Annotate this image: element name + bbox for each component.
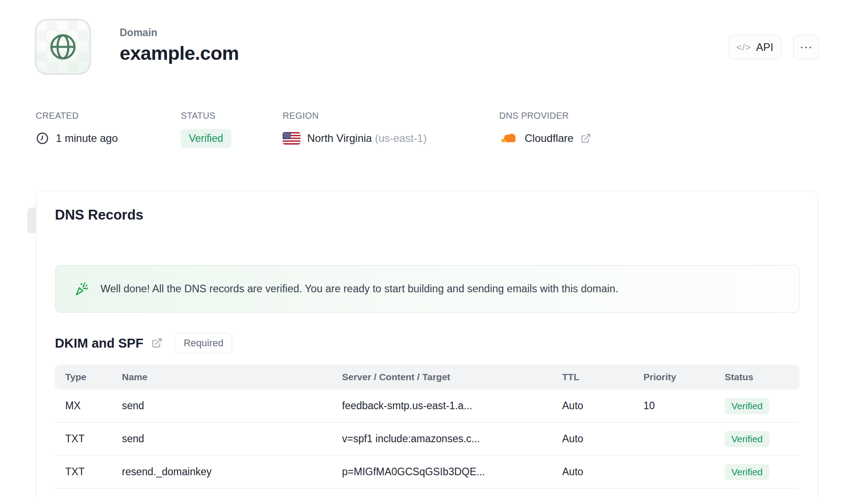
clock-icon — [36, 132, 49, 145]
dns-provider-label: DNS PROVIDER — [499, 111, 591, 121]
meta-created: CREATED 1 minute ago — [36, 111, 118, 148]
api-button-label: API — [756, 41, 773, 54]
col-header-type: Type — [55, 372, 122, 382]
region-label: REGION — [283, 111, 427, 121]
col-header-ttl: TTL — [562, 372, 643, 382]
dkim-section-header: DKIM and SPF Required — [55, 333, 232, 353]
cell-type: TXT — [55, 433, 122, 445]
verified-badge: Verified — [725, 398, 769, 414]
col-header-priority: Priority — [643, 372, 725, 382]
domain-avatar — [35, 19, 91, 75]
banner-message: Well done! All the DNS records are verif… — [100, 283, 618, 295]
cell-type: MX — [55, 400, 122, 412]
verified-badge: Verified — [725, 464, 769, 480]
page-title: example.com — [120, 42, 239, 64]
page-header: Domain example.com — [120, 27, 239, 64]
created-value: 1 minute ago — [56, 132, 118, 145]
cell-name: resend._domainkey — [122, 466, 342, 478]
dkim-external-link-icon[interactable] — [151, 337, 163, 349]
cell-content: v=spf1 include:amazonses.c... — [342, 433, 562, 445]
col-header-content: Server / Content / Target — [342, 372, 562, 382]
code-icon: </> — [736, 42, 751, 53]
meta-dns-provider: DNS PROVIDER Cloudflare — [499, 111, 591, 148]
cell-name: send — [122, 400, 342, 412]
cell-content: p=MIGfMA0GCSqGSIb3DQE... — [342, 466, 562, 478]
cell-priority: 10 — [643, 400, 725, 412]
verified-badge: Verified — [725, 431, 769, 447]
cell-ttl: Auto — [562, 466, 643, 478]
dns-records-title: DNS Records — [55, 207, 143, 223]
col-header-status: Status — [725, 372, 800, 382]
cloudflare-icon — [499, 132, 518, 145]
table-header-row: Type Name Server / Content / Target TTL … — [55, 365, 800, 390]
cell-content: feedback-smtp.us-east-1.a... — [342, 400, 562, 412]
status-badge: Verified — [181, 129, 231, 148]
globe-icon — [48, 32, 78, 62]
us-flag-icon — [283, 132, 300, 145]
external-link-icon[interactable] — [580, 133, 591, 144]
region-value: North Virginia — [307, 132, 372, 144]
api-button[interactable]: </> API — [729, 35, 781, 59]
table-row[interactable]: TXT resend._domainkey p=MIGfMA0GCSqGSIb3… — [55, 456, 800, 489]
cell-type: TXT — [55, 466, 122, 478]
table-row[interactable]: TXT send v=spf1 include:amazonses.c... A… — [55, 423, 800, 456]
party-popper-icon — [73, 281, 89, 297]
domain-label: Domain — [120, 27, 239, 39]
cell-ttl: Auto — [562, 433, 643, 445]
success-banner: Well done! All the DNS records are verif… — [55, 265, 800, 313]
dns-records-table: Type Name Server / Content / Target TTL … — [55, 365, 800, 489]
meta-region: REGION North Virginia (us-east-1) — [283, 111, 427, 148]
ellipsis-icon: ··· — [800, 40, 813, 54]
table-row[interactable]: MX send feedback-smtp.us-east-1.a... Aut… — [55, 390, 800, 423]
required-badge: Required — [175, 333, 232, 353]
dns-provider-value: Cloudflare — [525, 132, 573, 145]
cell-name: send — [122, 433, 342, 445]
col-header-name: Name — [122, 372, 342, 382]
status-label: STATUS — [181, 111, 231, 121]
dns-records-card: DNS Records Well done! All the DNS recor… — [36, 191, 818, 498]
dkim-section-title: DKIM and SPF — [55, 336, 143, 351]
more-options-button[interactable]: ··· — [793, 35, 819, 59]
region-code: (us-east-1) — [375, 132, 427, 144]
meta-status: STATUS Verified — [181, 111, 231, 148]
created-label: CREATED — [36, 111, 118, 121]
cell-ttl: Auto — [562, 400, 643, 412]
